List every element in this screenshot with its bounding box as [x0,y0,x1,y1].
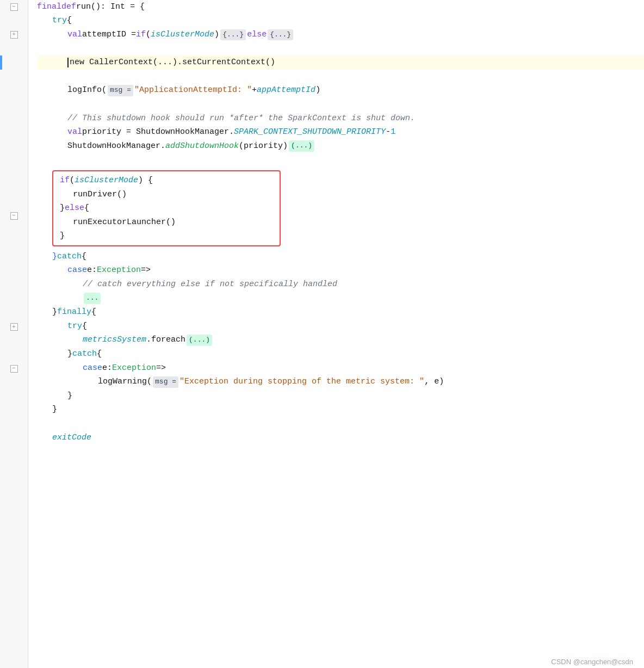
gutter-item [0,418,28,432]
code-line: } [37,389,644,403]
code-line: } else { [53,201,280,215]
code-line-empty [37,97,644,112]
code-line: exitCode [37,431,644,445]
fold-icon-attempt[interactable]: + [10,31,18,39]
gutter-item [0,334,28,348]
code-text: ( [146,28,151,41]
code-line: logInfo( msg = "ApplicationAttemptId: " … [37,84,644,98]
keyword: if [136,28,146,41]
code-text: => [141,264,151,277]
code-line: val attemptID = if ( isClusterMode ) {..… [37,28,644,42]
code-line-empty [37,417,644,431]
code-line: } [37,403,644,417]
folded-block[interactable]: (...) [187,335,212,346]
comment: // catch everything else if not specific… [83,278,337,291]
keyword: val [67,126,82,139]
keyword: else [247,28,267,41]
footer-attribution: CSDN @cangchen@csdn [551,657,633,668]
code-line: runDriver() [53,188,280,202]
code-line: case e: Exception => [37,361,644,375]
code-line: metricsSystem .foreach (...) [37,333,644,348]
gutter-item [0,306,28,320]
code-text: e: [102,362,112,375]
gutter-item [0,376,28,390]
gutter-item [0,348,28,362]
param-badge[interactable]: msg = [153,376,178,388]
code-line: case e: Exception => [37,264,644,278]
fold-icon-lock[interactable]: − [10,365,18,373]
code-text: logInfo( [67,84,107,97]
keyword-catch: catch [57,250,82,263]
code-line: } finally { [37,305,644,319]
code-text: { [82,250,86,263]
code-text: exitCode [52,431,91,444]
code-line: logWarning( msg = "Exception during stop… [37,375,644,389]
code-text: SPARK_CONTEXT_SHUTDOWN_PRIORITY [234,126,386,139]
keyword: case [67,264,87,277]
param-badge[interactable]: msg = [108,85,133,96]
folded-block[interactable]: {...} [220,29,246,41]
fold-icon-metrics[interactable]: + [10,323,18,331]
string-literal: "Exception during stopping of the metric… [179,375,424,388]
code-text: addShutdownHook [165,140,239,153]
gutter-item: + [0,28,28,42]
code-line: final def run(): Int = { [37,0,644,14]
footer-text: CSDN @cangchen@csdn [551,658,633,666]
keyword-try: try [52,14,67,27]
gutter: − + [0,0,28,668]
code-text: { [97,348,102,361]
gutter-item [0,264,28,279]
type-name: Exception [112,362,156,375]
code-text: } [52,403,57,416]
code-text: , e) [424,375,444,388]
gutter-item [0,223,28,237]
code-text: isClusterMode [151,28,214,41]
gutter-item [0,404,28,418]
code-text: ) { [138,174,153,187]
code-text: ShutdownHookManager. [67,140,165,153]
code-text: { [91,306,96,319]
code-text: run(): Int = { [76,1,145,14]
folded-block[interactable]: ... [84,293,101,304]
gutter-item [0,84,28,98]
keyword-finally: finally [57,306,91,319]
gutter-item [0,97,28,112]
code-line-empty [37,444,644,459]
keyword: val [67,28,82,41]
code-text: ( [70,174,75,187]
red-box-container: if ( isClusterMode ) { runDriver() } els… [37,169,644,248]
comment: // This shutdown hook should run *after*… [67,112,415,125]
folded-block[interactable]: (...) [289,140,314,152]
gutter-item [0,237,28,251]
keyword-catch: catch [72,348,97,361]
cursor-caret [67,58,69,67]
keyword: def [61,1,76,14]
code-text: metricsSystem [83,333,146,347]
code-line: // catch everything else if not specific… [37,277,644,292]
code-text: runDriver() [73,188,127,201]
gutter-item [0,431,28,446]
code-text: + [252,84,257,97]
red-box-highlight: if ( isClusterMode ) { runDriver() } els… [52,170,281,246]
code-text: { [82,320,87,333]
gutter-item [0,70,28,84]
editor-container: − + [0,0,644,668]
code-text: } [67,389,72,403]
fold-icon-run[interactable]: − [10,3,18,11]
gutter-item [0,390,28,404]
gutter-item [0,279,28,293]
code-text: logWarning( [98,375,152,388]
code-line: // This shutdown hook should run *after*… [37,112,644,126]
code-text: .foreach [146,333,185,347]
code-line: } [53,230,280,244]
folded-block[interactable]: {...} [268,29,293,41]
code-line: ShutdownHookManager. addShutdownHook (pr… [37,139,644,153]
code-line: try { [37,14,644,28]
code-text: { [84,202,89,215]
gutter-item [0,14,28,28]
gutter-item [0,251,28,265]
code-text: attemptID = [82,28,136,41]
code-text: } [60,202,65,215]
gutter-item [0,167,28,181]
fold-icon-if[interactable]: − [10,212,18,220]
